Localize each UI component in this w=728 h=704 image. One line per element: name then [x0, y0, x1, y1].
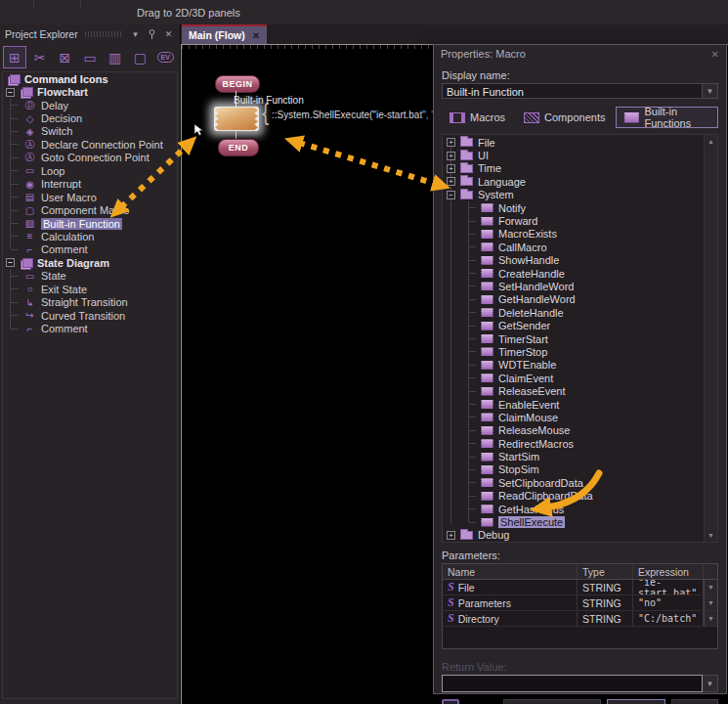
expander-icon[interactable]: + — [447, 164, 455, 173]
delete-macro-button[interactable]: ⊠ — [53, 46, 76, 68]
close-icon[interactable]: ✕ — [162, 28, 175, 41]
tree-root-command-icons[interactable]: Command Icons — [3, 72, 177, 85]
display-name-input[interactable]: Built-in Function — [442, 83, 703, 99]
tab-close-icon[interactable]: ✕ — [252, 30, 260, 41]
expression-cell[interactable]: "no" — [633, 595, 704, 610]
expander-icon[interactable]: − — [447, 191, 455, 199]
function-item-gethasfocus[interactable]: GetHasFocus — [443, 503, 705, 515]
function-item-startsim[interactable]: StartSim — [443, 450, 705, 462]
cancel-button[interactable]: Cancel — [671, 699, 718, 704]
tab-built-in-functions[interactable]: Built-in Functions — [616, 107, 718, 128]
tree-item-delay[interactable]: ⒹDelay — [3, 99, 177, 111]
chevron-down-icon[interactable]: ▾ — [129, 28, 142, 41]
function-folder-debug[interactable]: +Debug — [443, 529, 705, 542]
function-item-notify[interactable]: Notify — [443, 201, 705, 214]
tree-item-built-in-function[interactable]: ▧Built-in Function — [3, 217, 177, 230]
builtin-function-frame-button[interactable]: ▢ — [129, 46, 152, 68]
function-folder-file[interactable]: +File — [443, 136, 705, 149]
parameter-row-file[interactable]: SFileSTRING"ie-start.bat"▼ — [443, 580, 717, 595]
tree-item-curved-transition[interactable]: ↪Curved Transition — [3, 309, 177, 322]
return-value-dropdown-button[interactable]: ▼ — [703, 675, 718, 692]
function-item-label: Notify — [498, 202, 526, 214]
tree-item-user-macro[interactable]: ▤User Macro — [3, 191, 177, 203]
expander-icon[interactable]: − — [6, 258, 15, 267]
expander-icon[interactable]: + — [447, 531, 455, 540]
function-folder-system[interactable]: −System — [443, 189, 705, 201]
pin-icon[interactable] — [146, 28, 158, 41]
tab-components[interactable]: Components — [516, 107, 613, 128]
function-item-readclipboarddata[interactable]: ReadClipboardData — [443, 490, 705, 503]
expression-dropdown-button[interactable]: ▼ — [704, 611, 717, 626]
display-name-dropdown-button[interactable]: ▼ — [703, 83, 718, 99]
function-item-claimevent[interactable]: ClaimEvent — [443, 372, 705, 384]
tree-item-declare-connection-point[interactable]: ⒶDeclare Connection Point — [3, 138, 177, 151]
return-value-input[interactable] — [442, 675, 703, 692]
function-item-releaseevent[interactable]: ReleaseEvent — [443, 384, 705, 397]
function-item-showhandle[interactable]: ShowHandle — [443, 254, 705, 267]
help-button[interactable]: ? — [442, 699, 459, 704]
tree-item-calculation[interactable]: ≡Calculation — [3, 230, 177, 242]
macro-frame-button[interactable]: ▭ — [78, 46, 102, 68]
function-item-gethandleword[interactable]: GetHandleWord — [443, 293, 705, 306]
event-button[interactable]: EV — [153, 46, 177, 68]
expander-icon[interactable]: + — [447, 138, 455, 147]
tree-item-interrupt[interactable]: ◉Interrupt — [3, 178, 177, 191]
function-folder-language[interactable]: +Language — [443, 175, 705, 188]
function-folder-time[interactable]: +Time — [443, 162, 705, 175]
function-tree-scrollbar[interactable]: ▲ ▼ — [704, 135, 717, 542]
ok-button[interactable]: OK — [607, 699, 665, 704]
tree-item-comment[interactable]: ⌐Comment — [3, 243, 177, 256]
expression-dropdown-button[interactable]: ▼ — [704, 595, 717, 610]
end-node[interactable]: END — [218, 139, 259, 156]
function-item-wdtenable[interactable]: WDTEnable — [443, 359, 705, 372]
ok-edit-macro-button[interactable]: OK & Edit Macro — [503, 699, 601, 704]
tree-item-loop[interactable]: ▭Loop — [3, 164, 177, 177]
tree-item-state[interactable]: ▭State — [3, 270, 177, 283]
expression-cell[interactable]: "ie-start.bat" — [633, 580, 704, 594]
panel-drag-texture[interactable] — [85, 31, 122, 37]
function-item-setclipboarddata[interactable]: SetClipboardData — [443, 476, 705, 489]
scroll-up-icon[interactable]: ▲ — [707, 135, 714, 148]
function-item-shellexecute[interactable]: ShellExecute — [443, 515, 705, 528]
tree-item-decision[interactable]: ◇Decision — [3, 111, 177, 124]
parameter-row-parameters[interactable]: SParametersSTRING"no"▼ — [443, 595, 717, 611]
tree-item-goto-connection-point[interactable]: ⒶGoto Connection Point — [3, 152, 177, 164]
expander-icon[interactable]: − — [6, 88, 15, 97]
function-item-timerstop[interactable]: TimerStop — [443, 345, 705, 358]
tree-group-state-diagram[interactable]: −State Diagram — [3, 256, 177, 269]
grid-panels-button[interactable]: ⊞ — [3, 46, 26, 68]
function-item-deletehandle[interactable]: DeleteHandle — [443, 306, 705, 319]
function-item-releasemouse[interactable]: ReleaseMouse — [443, 424, 705, 437]
function-item-timerstart[interactable]: TimerStart — [443, 332, 705, 345]
tree-group-flowchart[interactable]: −Flowchart — [3, 85, 177, 98]
tree-item-switch[interactable]: ◈Switch — [3, 125, 177, 138]
tree-item-exit-state[interactable]: ○Exit State — [3, 283, 177, 295]
function-item-claimmouse[interactable]: ClaimMouse — [443, 411, 705, 423]
function-item-redirectmacros[interactable]: RedirectMacros — [443, 437, 705, 450]
component-macro-button[interactable]: ▥ — [104, 46, 127, 68]
tree-item-comment[interactable]: ⌐Comment — [3, 322, 177, 334]
function-item-callmacro[interactable]: CallMacro — [443, 241, 705, 253]
builtin-function-node[interactable] — [214, 107, 259, 131]
dialog-close-icon[interactable]: ✕ — [711, 49, 719, 60]
begin-node[interactable]: BEGIN — [215, 75, 260, 93]
expander-icon[interactable]: + — [447, 177, 455, 186]
function-item-getsender[interactable]: GetSender — [443, 319, 705, 331]
tab-main-flow[interactable]: Main (Flow) ✕ — [182, 24, 267, 44]
parameter-row-directory[interactable]: SDirectorySTRING"C:/batch"▼ — [443, 611, 717, 627]
scroll-down-icon[interactable]: ▼ — [707, 529, 714, 542]
function-item-forward[interactable]: Forward — [443, 214, 705, 227]
function-item-stopsim[interactable]: StopSim — [443, 463, 705, 476]
tree-item-component-macro[interactable]: ▢Component Macro — [3, 203, 177, 216]
tree-item-straight-transition[interactable]: ↳Straight Transition — [3, 295, 177, 308]
function-item-enableevent[interactable]: EnableEvent — [443, 398, 705, 411]
expression-dropdown-button[interactable]: ▼ — [704, 580, 717, 594]
function-item-macroexists[interactable]: MacroExists — [443, 228, 705, 241]
function-folder-ui[interactable]: +UI — [443, 149, 705, 161]
function-item-sethandleword[interactable]: SetHandleWord — [443, 280, 705, 292]
function-item-createhandle[interactable]: CreateHandle — [443, 267, 705, 280]
expander-icon[interactable]: + — [447, 152, 455, 160]
cut-macro-button[interactable]: ✂ — [28, 46, 52, 68]
tab-macros[interactable]: Macros — [442, 107, 513, 128]
expression-cell[interactable]: "C:/batch" — [633, 611, 704, 626]
